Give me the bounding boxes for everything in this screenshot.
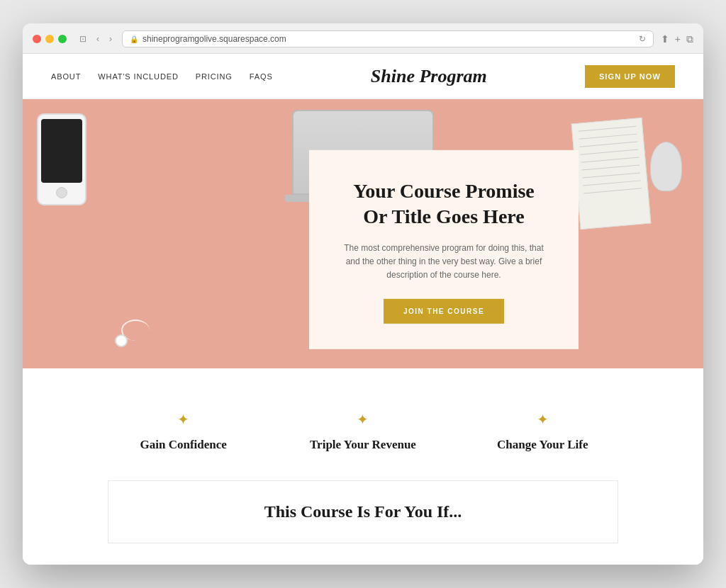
notebook-line — [582, 172, 640, 178]
hero-section: Your Course Promise Or Title Goes Here T… — [23, 99, 703, 368]
features-section: ✦ Gain Confidence ✦ Triple Your Revenue … — [23, 368, 703, 565]
feature-item-1: ✦ Gain Confidence — [113, 411, 255, 452]
lock-icon: 🔒 — [130, 35, 138, 43]
feature-item-3: ✦ Change Your Life — [471, 411, 613, 452]
phone-screen — [41, 119, 82, 183]
signup-button[interactable]: SIGN UP NOW — [585, 65, 675, 88]
bottom-card: This Course Is For You If... — [108, 480, 618, 543]
feature-star-2: ✦ — [357, 411, 369, 428]
feature-item-2: ✦ Triple Your Revenue — [292, 411, 434, 452]
notebook-line — [581, 164, 640, 170]
phone-decoration — [37, 113, 86, 205]
nav-whats-included[interactable]: WHAT'S INCLUDED — [98, 72, 179, 81]
hero-title: Your Course Promise Or Title Goes Here — [340, 179, 547, 230]
notebook-line — [579, 126, 637, 132]
notebook-line — [583, 180, 641, 186]
feature-title-3: Change Your Life — [471, 438, 613, 452]
traffic-lights — [33, 35, 67, 43]
share-icon[interactable]: ⬆ — [661, 33, 669, 45]
hero-card: Your Course Promise Or Title Goes Here T… — [309, 150, 579, 349]
maximize-button[interactable] — [58, 35, 67, 43]
page-content: ABOUT WHAT'S INCLUDED PRICING FAQs Shine… — [23, 54, 703, 565]
notebook-line — [580, 149, 638, 155]
feature-title-1: Gain Confidence — [113, 438, 255, 452]
hero-description: The most comprehensive program for doing… — [340, 242, 547, 283]
hero-background: Your Course Promise Or Title Goes Here T… — [23, 99, 703, 368]
url-text: shineprogramgolive.squarespace.com — [143, 34, 286, 44]
navigation: ABOUT WHAT'S INCLUDED PRICING FAQs Shine… — [23, 54, 703, 99]
feature-star-3: ✦ — [537, 411, 549, 428]
feature-star-1: ✦ — [177, 411, 189, 428]
sidebar-toggle-icon[interactable]: ⊡ — [77, 33, 89, 45]
features-row: ✦ Gain Confidence ✦ Triple Your Revenue … — [51, 404, 675, 480]
notebook-line — [583, 188, 642, 193]
refresh-icon[interactable]: ↻ — [639, 34, 646, 44]
browser-window: ⊡ ‹ › 🔒 shineprogramgolive.squarespace.c… — [23, 23, 703, 565]
bottom-card-title: This Course Is For You If... — [130, 502, 596, 521]
site-brand: Shine Program — [273, 66, 585, 87]
forward-icon[interactable]: › — [106, 33, 115, 45]
mouse-decoration — [650, 142, 682, 191]
browser-nav-icons: ⊡ ‹ › — [77, 33, 115, 45]
add-tab-icon[interactable]: + — [675, 33, 681, 45]
browser-action-icons: ⬆ + ⧉ — [661, 33, 693, 45]
nav-links: ABOUT WHAT'S INCLUDED PRICING FAQs — [51, 72, 273, 81]
tabs-icon[interactable]: ⧉ — [686, 33, 693, 45]
earphone-bud — [115, 334, 128, 347]
close-button[interactable] — [33, 35, 41, 43]
notebook-line — [581, 157, 639, 163]
notebook-line — [579, 142, 637, 147]
url-bar[interactable]: 🔒 shineprogramgolive.squarespace.com ↻ — [122, 30, 654, 47]
notebook-line — [579, 134, 637, 140]
nav-about[interactable]: ABOUT — [51, 72, 81, 81]
minimize-button[interactable] — [45, 35, 54, 43]
nav-pricing[interactable]: PRICING — [196, 72, 233, 81]
phone-button — [56, 187, 67, 198]
notebook-decoration — [571, 118, 652, 230]
nav-faqs[interactable]: FAQs — [250, 72, 273, 81]
back-icon[interactable]: ‹ — [94, 33, 102, 45]
earphone-decoration — [115, 305, 157, 347]
feature-title-2: Triple Your Revenue — [292, 438, 434, 452]
join-course-button[interactable]: JOIN THE COURSE — [384, 299, 504, 324]
browser-chrome: ⊡ ‹ › 🔒 shineprogramgolive.squarespace.c… — [23, 23, 703, 54]
